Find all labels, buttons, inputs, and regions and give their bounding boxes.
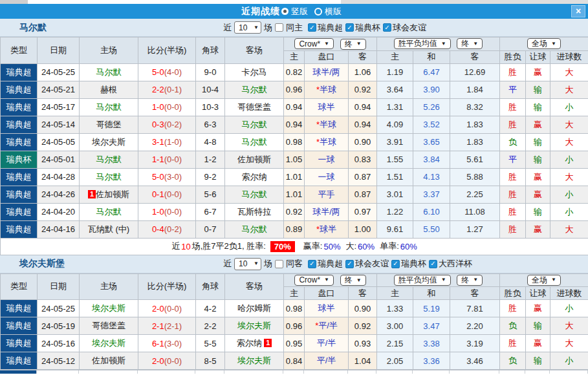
- wdl-cell: 负: [500, 317, 526, 335]
- col-home: 主场: [80, 37, 138, 64]
- partial-cell: [37, 370, 79, 374]
- landscape-radio[interactable]: [314, 8, 322, 16]
- table-row: 瑞典超24-05-17马尔默1-0(0-0)10-3哥德堡盖0.94球半0.94…: [1, 98, 588, 116]
- home-team-cell: 佐加顿斯: [80, 352, 138, 370]
- section-header-elfsborg: 埃尔夫斯堡 近 10 ▼ 场 同客 ✓瑞典超✓球会友谊✓瑞典杯✓大西洋杯: [0, 255, 588, 273]
- same-away-checkbox[interactable]: [275, 260, 283, 268]
- league-checkbox[interactable]: ✓: [308, 23, 316, 32]
- team-name: 埃尔夫斯堡: [19, 258, 65, 270]
- mean-win-cell: 1.33: [377, 300, 413, 317]
- mean-draw-cell: 5.19: [413, 300, 450, 317]
- wdl-cell: 胜: [500, 116, 526, 133]
- mean-win-cell: 2.15: [377, 335, 413, 352]
- col-let-goal: 让球: [526, 50, 550, 63]
- handicap-result-cell: 输: [526, 81, 550, 98]
- odds-away-cell: 1.00: [349, 220, 377, 238]
- handicap-result-cell: 输: [526, 203, 550, 220]
- odds-home-cell: 0.84: [284, 352, 305, 370]
- score-cell: 5-0(4-0): [138, 63, 196, 81]
- wdl-cell: 胜: [500, 300, 526, 317]
- league-cell: 瑞典超: [1, 300, 38, 317]
- partial-cell: [138, 370, 195, 374]
- wdl-cell: 平: [500, 81, 526, 98]
- chevron-down-icon: ▼: [441, 41, 446, 47]
- final-mean-select[interactable]: 终▼: [457, 38, 483, 49]
- date-cell: 24-05-14: [38, 116, 80, 133]
- mean-lose-cell: 3.46: [450, 352, 500, 370]
- match-count-select[interactable]: 10 ▼: [234, 21, 261, 34]
- table-row: 瑞典超24-05-19哥德堡盖2-1(2-1)2-2埃尔夫斯0.96*平/半0.…: [1, 317, 588, 335]
- portrait-label: 竖版: [291, 6, 308, 17]
- goals-cell: 大: [550, 63, 588, 81]
- final-mean-select[interactable]: 终▼: [457, 275, 483, 286]
- league-cell: 瑞典超: [1, 133, 38, 151]
- partial-cell: [283, 370, 304, 374]
- league-checkbox[interactable]: ✓: [391, 260, 400, 268]
- corner-cell: 1-2: [196, 151, 225, 168]
- handicap-cell: 球半/两: [305, 203, 349, 220]
- date-cell: 24-04-28: [38, 168, 80, 186]
- full-match-select[interactable]: 全场▼: [527, 275, 561, 286]
- partial-cell: [195, 370, 224, 374]
- red-card-badge: 1: [88, 190, 96, 198]
- win-rate-badge: 70%: [270, 241, 295, 252]
- league-label: 球会友谊: [393, 22, 426, 34]
- mean-odds-select[interactable]: 胜平负均值▼: [394, 38, 451, 49]
- table-row: 瑞典超24-05-05埃尔夫斯3-1(1-0)4-8马尔默0.98*半球0.90…: [1, 133, 588, 151]
- goals-cell: 小: [550, 186, 588, 203]
- odds-away-cell: 1.06: [349, 63, 377, 81]
- odds-home-cell: 0.96: [284, 317, 305, 335]
- bookmaker-select[interactable]: Crow*▼: [294, 38, 334, 49]
- home-team-cell: 哥德堡盖: [80, 317, 138, 335]
- league-cell: 瑞典超: [1, 335, 38, 352]
- date-cell: 24-05-12: [38, 352, 80, 370]
- bookmaker-select[interactable]: Crow*▼: [294, 275, 334, 286]
- bookmaker-value: Crow*: [299, 275, 320, 284]
- col-handicap: 盘口: [305, 50, 349, 63]
- league-checkbox[interactable]: ✓: [345, 260, 354, 268]
- score-cell: 5-0(3-0): [138, 168, 196, 186]
- league-checkbox[interactable]: ✓: [429, 260, 437, 268]
- full-value: 全场: [532, 275, 547, 286]
- table-row: 瑞典超24-05-16埃尔夫斯6-1(3-0)5-5索尔纳 10.95平/半0.…: [1, 335, 588, 352]
- home-team-cell: 马尔默: [80, 151, 138, 168]
- partial-cell: [79, 370, 138, 374]
- col-odds-home: 主: [284, 287, 305, 300]
- final-odds-select[interactable]: 终▼: [340, 39, 366, 50]
- final2-value: 终: [461, 38, 469, 49]
- league-checkbox[interactable]: ✓: [383, 23, 391, 32]
- mean-win-cell: 1.51: [377, 168, 413, 186]
- col-odds-away: 客: [349, 50, 377, 63]
- date-cell: 24-05-21: [38, 81, 80, 98]
- team-name: 马尔默: [19, 22, 47, 34]
- same-home-checkbox[interactable]: [275, 23, 283, 32]
- close-icon[interactable]: ×: [571, 5, 585, 17]
- full-match-select[interactable]: 全场▼: [527, 38, 561, 49]
- mean-win-cell: 2.05: [377, 352, 413, 370]
- wdl-cell: 胜: [500, 220, 526, 238]
- league-cell: 瑞典超: [1, 168, 38, 186]
- near-label: 近: [223, 22, 232, 34]
- league-checkbox[interactable]: ✓: [345, 23, 354, 32]
- league-checkbox[interactable]: ✓: [308, 260, 316, 268]
- partial-cell: [348, 370, 376, 374]
- table-row: 瑞典超24-05-12佐加顿斯2-0(0-0)8-5埃尔夫斯0.84平/半1.0…: [1, 352, 588, 370]
- wdl-cell: 负: [500, 352, 526, 370]
- home-team-cell: 马尔默: [80, 203, 138, 220]
- away-team-cell: 佐加顿斯: [225, 151, 284, 168]
- chevron-down-icon: ▼: [254, 25, 259, 30]
- match-count-select[interactable]: 10 ▼: [234, 258, 261, 270]
- goals-cell: 大: [550, 81, 588, 98]
- score-cell: 3-1(1-0): [138, 133, 196, 151]
- mean-odds-select[interactable]: 胜平负均值▼: [394, 275, 451, 286]
- away-team-cell: 埃尔夫斯: [225, 352, 284, 370]
- col-goals: 进球数: [550, 50, 588, 63]
- portrait-radio[interactable]: [281, 8, 289, 15]
- partial-cell: [413, 370, 450, 374]
- score-cell: 1-0(0-0): [138, 203, 196, 220]
- league-cell: 瑞典超: [1, 220, 38, 238]
- final-odds-select[interactable]: 终▼: [340, 275, 366, 286]
- wdl-cell: 平: [500, 151, 526, 168]
- mean-win-cell: 3.00: [377, 317, 413, 335]
- partial-cell: [376, 370, 413, 374]
